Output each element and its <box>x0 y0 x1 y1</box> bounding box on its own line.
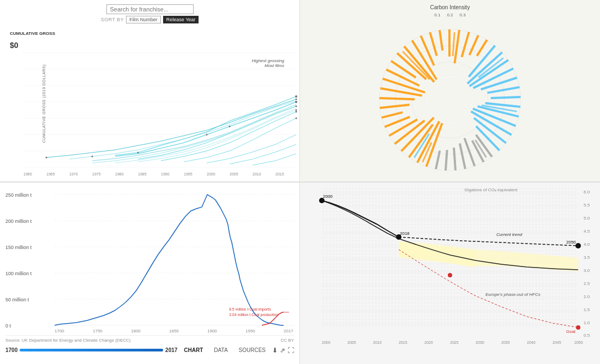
svg-text:2045: 2045 <box>553 341 561 344</box>
svg-point-29 <box>295 95 297 98</box>
y-label-0: 0 t <box>5 323 11 329</box>
svg-text:8.5 million t Coal imports: 8.5 million t Coal imports <box>229 307 271 312</box>
franchise-svg: 1960 1965 1970 1975 1980 1985 1990 1995 … <box>23 26 302 178</box>
svg-text:2050: 2050 <box>574 341 583 344</box>
svg-rect-95 <box>402 51 430 80</box>
svg-text:1995: 1995 <box>184 172 193 176</box>
svg-text:2030: 2030 <box>476 341 484 344</box>
svg-text:1800: 1800 <box>131 329 141 332</box>
svg-text:1980: 1980 <box>115 172 124 176</box>
y-label-250: 250 million t <box>5 192 32 198</box>
sort-release-year-btn[interactable]: Release Year <box>163 16 199 23</box>
svg-text:2.0: 2.0 <box>584 294 590 299</box>
svg-rect-53 <box>379 97 415 100</box>
svg-point-33 <box>296 111 297 113</box>
legend-02: 0.2 <box>447 13 453 17</box>
svg-point-36 <box>229 126 231 128</box>
svg-point-35 <box>206 134 208 136</box>
svg-text:1750: 1750 <box>93 329 103 332</box>
franchise-search-input[interactable] <box>106 4 194 14</box>
svg-text:2005: 2005 <box>230 172 238 176</box>
sources-tab[interactable]: SOURCES <box>235 346 270 354</box>
data-tab[interactable]: DATA <box>209 346 232 354</box>
svg-text:4.5: 4.5 <box>584 229 590 234</box>
y-label-150: 150 million t <box>5 245 32 250</box>
svg-text:3.5: 3.5 <box>584 255 590 260</box>
svg-text:Europe's phase-out of HFCs: Europe's phase-out of HFCs <box>485 292 541 297</box>
svg-text:2035: 2035 <box>501 341 510 344</box>
svg-text:1970: 1970 <box>69 172 78 176</box>
svg-text:1700: 1700 <box>55 329 64 332</box>
y-label-200: 200 million t <box>5 219 32 224</box>
svg-point-96 <box>426 76 474 124</box>
hfc-panel: 6.0 5.5 5.0 4.5 4.0 3.5 3.0 2.5 2.0 1.5 … <box>300 182 600 364</box>
sort-label: SORT BY <box>101 17 124 22</box>
fullscreen-icon[interactable]: ⛶ <box>287 347 294 354</box>
timeline-bar[interactable] <box>20 349 163 351</box>
coal-footer: Source: UK Department for Energy and Cli… <box>5 335 294 345</box>
svg-point-31 <box>296 106 297 107</box>
svg-text:2000: 2000 <box>207 172 215 176</box>
svg-rect-52 <box>380 104 410 109</box>
svg-text:2010: 2010 <box>373 341 382 344</box>
svg-text:4.0: 4.0 <box>584 242 590 247</box>
svg-text:2015: 2015 <box>275 172 284 176</box>
svg-rect-51 <box>381 111 403 119</box>
svg-rect-92 <box>452 32 455 56</box>
svg-text:1950: 1950 <box>245 329 255 332</box>
svg-text:1960: 1960 <box>23 172 32 176</box>
coal-source: Source: UK Department for Energy and Cli… <box>5 338 130 343</box>
year-end-label: 2017 <box>165 347 177 353</box>
svg-text:5.5: 5.5 <box>584 203 590 208</box>
search-area: SORT BY Film Number Release Year <box>4 4 295 23</box>
svg-point-34 <box>296 118 297 119</box>
svg-rect-87 <box>445 150 448 171</box>
svg-text:2050: 2050 <box>566 240 576 245</box>
hfc-svg: 6.0 5.5 5.0 4.5 4.0 3.5 3.0 2.5 2.0 1.5 … <box>304 187 596 356</box>
svg-text:2005: 2005 <box>347 341 356 344</box>
svg-text:1985: 1985 <box>138 172 147 176</box>
svg-text:0.5: 0.5 <box>584 333 590 338</box>
svg-text:2025: 2025 <box>450 341 459 344</box>
svg-text:2040: 2040 <box>527 341 536 344</box>
svg-rect-66 <box>461 32 470 57</box>
svg-text:1975: 1975 <box>92 172 101 176</box>
svg-text:Gigatons of CO₂ equivalent: Gigatons of CO₂ equivalent <box>465 187 518 192</box>
svg-rect-68 <box>476 39 488 57</box>
svg-point-157 <box>576 325 580 330</box>
sort-film-number-btn[interactable]: Film Number <box>126 16 161 23</box>
svg-rect-88 <box>435 150 441 169</box>
svg-text:2000: 2000 <box>323 194 333 199</box>
carbon-legend: 0.1 0.2 0.3 <box>434 13 465 17</box>
year-start-label: 1700 <box>5 347 17 353</box>
svg-text:2017: 2017 <box>284 329 293 332</box>
chart-tab[interactable]: CHART <box>179 346 207 354</box>
download-icon[interactable]: ⬇ <box>272 347 278 354</box>
svg-text:1.5: 1.5 <box>584 307 590 312</box>
svg-point-37 <box>137 152 139 154</box>
svg-text:2015: 2015 <box>399 341 407 344</box>
share-icon[interactable]: ⇗ <box>280 347 285 354</box>
legend-03: 0.3 <box>460 13 466 17</box>
svg-text:5.0: 5.0 <box>584 216 590 221</box>
svg-text:1850: 1850 <box>169 329 179 332</box>
coal-svg: 1700 1750 1800 1850 1900 1950 2017 8.5 m… <box>55 188 295 332</box>
svg-text:1.0: 1.0 <box>584 320 590 325</box>
carbon-intensity-title: Carbon Intensity <box>430 4 470 10</box>
svg-rect-74 <box>487 86 520 94</box>
svg-rect-64 <box>448 29 451 57</box>
svg-text:1900: 1900 <box>207 329 217 332</box>
svg-point-28 <box>295 101 297 103</box>
svg-text:2018: 2018 <box>400 231 410 236</box>
coal-timeline-footer: 1700 2017 CHART DATA SOURCES ⬇ ⇗ ⛶ <box>5 345 294 355</box>
svg-point-39 <box>46 157 47 159</box>
coal-chart-container: 250 million t 200 million t 150 million … <box>5 188 294 335</box>
carbon-intensity-panel: Carbon Intensity 0.1 0.2 0.3 <box>300 0 600 182</box>
svg-rect-62 <box>429 32 437 56</box>
cc-by-label: CC BY <box>281 338 294 343</box>
carbon-radial-svg <box>368 19 532 181</box>
svg-point-38 <box>92 156 93 157</box>
y-label-50: 50 million t <box>5 297 29 302</box>
film-franchise-panel: SORT BY Film Number Release Year CUMULAT… <box>0 0 300 182</box>
svg-text:6.0: 6.0 <box>584 190 590 195</box>
